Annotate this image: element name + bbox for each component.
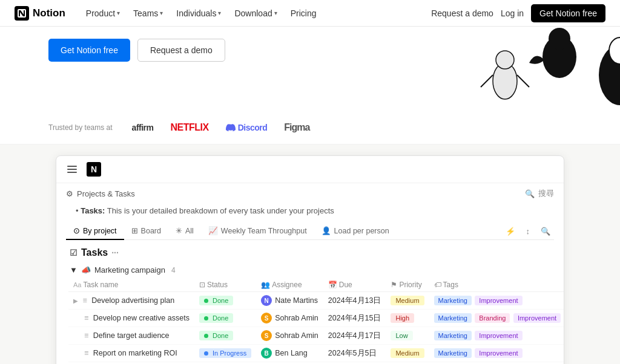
task-type-icon: ≡ — [84, 349, 88, 357]
due-cell: 2024年4月13日 — [323, 292, 386, 310]
collapse-icon: ▼ — [70, 265, 78, 275]
priority-icon: ⚑ — [391, 281, 397, 289]
nav-product[interactable]: Product ▾ — [80, 5, 126, 22]
search-button[interactable]: 🔍 — [537, 224, 554, 238]
tasks-section: ☑ Tasks ··· ▼ 📣 Marketing campaign 4 — [66, 244, 554, 364]
status-dot — [204, 334, 208, 338]
task-description: • Tasks: This is your detailed breakdown… — [66, 204, 554, 220]
group-marketing-campaign[interactable]: ▼ 📣 Marketing campaign 4 — [68, 262, 552, 278]
col-header-priority: ⚑ Priority — [386, 278, 429, 292]
hero-get-notion-button[interactable]: Get Notion free — [48, 39, 130, 62]
view-actions: ⚡ ↕ 🔍 — [502, 224, 555, 238]
logo-text: Notion — [33, 7, 65, 19]
hero-section: Get Notion free Request a demo — [0, 27, 620, 111]
tags-cell: Marketing Improvement — [429, 327, 564, 345]
col-header-tags: 🏷 Tags — [429, 278, 564, 292]
priority-badge: Low — [391, 331, 412, 340]
nav-individuals[interactable]: Individuals ▾ — [170, 5, 227, 22]
load-icon: 👤 — [322, 226, 331, 235]
tag: Improvement — [513, 313, 561, 323]
priority-cell: Medium — [386, 345, 429, 362]
tags-cell: Marketing Improvement — [429, 292, 564, 310]
priority-badge: High — [391, 313, 414, 323]
notion-app: N ⚙ Projects & Tasks 🔍 搜尋 • Tasks: This … — [56, 155, 564, 364]
tab-board[interactable]: ⊞ Board — [124, 223, 168, 240]
hero-request-demo-button[interactable]: Request a demo — [137, 39, 225, 62]
tag: Branding — [475, 313, 510, 323]
nav-pricing[interactable]: Pricing — [285, 5, 323, 22]
figma-logo: Figma — [284, 122, 309, 133]
request-demo-link[interactable]: Request a demo — [431, 8, 493, 18]
chevron-down-icon: ▾ — [218, 10, 221, 16]
affirm-logo: affirm — [132, 123, 154, 132]
get-notion-free-button[interactable]: Get Notion free — [531, 4, 605, 22]
search-icon: 🔍 — [525, 189, 535, 198]
page-title-area: ⚙ Projects & Tasks — [66, 189, 135, 198]
task-type-icon: ≡ — [82, 296, 87, 305]
discord-logo: Discord — [226, 123, 268, 132]
tab-load[interactable]: 👤 Load per person — [314, 223, 397, 240]
avatar: N — [261, 295, 272, 306]
page-title: Projects & Tasks — [77, 189, 135, 198]
tab-by-project[interactable]: ⊙ By project — [66, 223, 124, 240]
tag: Improvement — [475, 296, 522, 305]
expand-icon[interactable]: ▶ — [73, 297, 78, 304]
nav-download[interactable]: Download ▾ — [228, 5, 283, 22]
search-area[interactable]: 🔍 搜尋 — [525, 188, 554, 199]
col-header-due: 📅 Due — [323, 278, 386, 292]
assignee-cell: B Ben Lang — [256, 345, 323, 362]
priority-cell: High — [386, 310, 429, 327]
table-row[interactable]: ≡ Define target audience Done — [68, 327, 564, 345]
tag: Marketing — [434, 331, 472, 340]
tasks-more-icon[interactable]: ··· — [111, 248, 119, 258]
notion-scroll-area[interactable]: ⚙ Projects & Tasks 🔍 搜尋 • Tasks: This is… — [56, 183, 564, 364]
table-row[interactable]: ≡ Develop new creative assets Done — [68, 310, 564, 327]
menu-icon[interactable] — [65, 163, 79, 175]
tag-icon: 🏷 — [434, 281, 441, 289]
nav-teams[interactable]: Teams ▾ — [127, 5, 169, 22]
status-dot — [204, 316, 208, 320]
status-cell: Done — [194, 310, 256, 327]
assignee-cell: S Sohrab Amin — [256, 327, 323, 345]
avatar: S — [261, 330, 272, 341]
status-badge: Done — [199, 313, 233, 323]
login-link[interactable]: Log in — [501, 8, 524, 18]
brand-logos: affirm NETFLIX Discord Figma — [132, 122, 310, 133]
task-name-cell: ≡ Develop new creative assets — [68, 310, 194, 327]
trusted-label: Trusted by teams at — [48, 123, 113, 132]
all-icon: ✳ — [176, 226, 182, 235]
table-header-row: Aa Task name ⊡ Status 👥 Assignee 📅 Due — [68, 278, 564, 292]
marketing-task-table: Aa Task name ⊡ Status 👥 Assignee 📅 Due — [68, 278, 564, 364]
sort-button[interactable]: ↕ — [523, 224, 534, 238]
status-dot — [204, 351, 208, 356]
table-row[interactable]: ▶ ≡ Develop advertising plan Done — [68, 292, 564, 310]
status-icon: ⊡ — [199, 281, 205, 289]
priority-badge: Medium — [391, 296, 424, 305]
assignee-cell: S Sohrab Amin — [256, 310, 323, 327]
status-cell: Done — [194, 327, 256, 345]
svg-point-2 — [549, 28, 570, 50]
netflix-logo: NETFLIX — [171, 122, 209, 133]
board-icon: ⊞ — [131, 226, 138, 235]
task-name-cell: ≡ Define target audience — [68, 327, 194, 345]
status-badge: Done — [199, 296, 233, 305]
priority-badge: Medium — [391, 348, 424, 358]
status-dot — [204, 299, 208, 303]
weekly-icon: 📈 — [208, 226, 218, 235]
logo-icon — [15, 6, 29, 21]
tags-cell: Marketing Improvement — [429, 345, 564, 362]
due-cell: 2024年4月17日 — [323, 327, 386, 345]
tag: Marketing — [434, 313, 472, 323]
filter-button[interactable]: ⚡ — [502, 224, 519, 238]
table-row[interactable]: ≡ Report on marketing ROI In Progress — [68, 345, 564, 362]
tab-all[interactable]: ✳ All — [168, 223, 201, 240]
logo[interactable]: Notion — [15, 6, 65, 21]
priority-cell: Low — [386, 327, 429, 345]
tab-weekly[interactable]: 📈 Weekly Team Throughput — [201, 223, 314, 240]
assignee-cell: N Nate Martins — [256, 292, 323, 310]
chevron-down-icon: ▾ — [117, 10, 120, 16]
tag: Improvement — [475, 331, 522, 340]
assignee: S Sohrab Amin — [261, 313, 318, 323]
due-cell: 2024年4月15日 — [323, 310, 386, 327]
notion-app-icon: N — [87, 162, 101, 177]
